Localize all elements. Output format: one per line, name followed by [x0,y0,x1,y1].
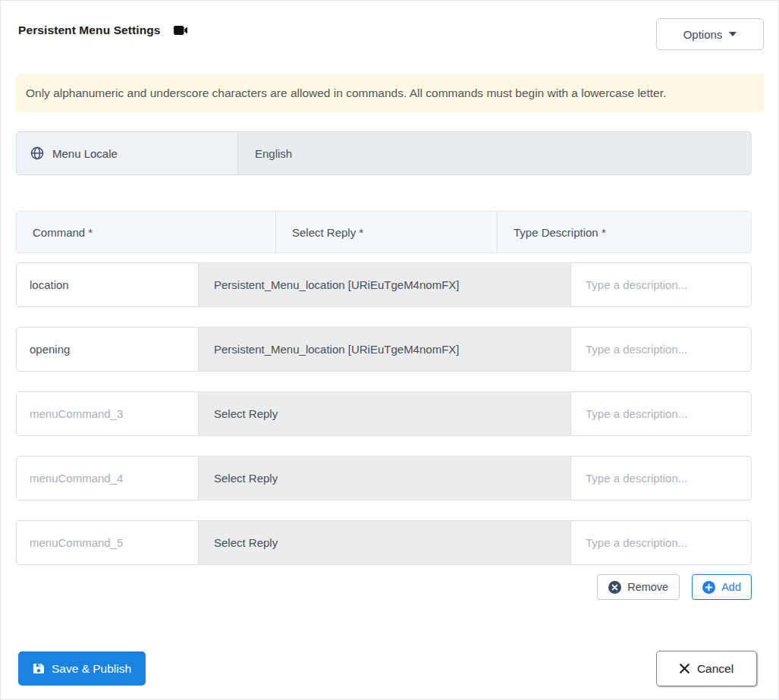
remove-button[interactable]: Remove [597,574,680,600]
command-input-1[interactable] [16,262,199,307]
x-circle-icon [608,581,621,594]
command-input-2[interactable] [16,327,199,372]
command-row-4: Select Reply [16,456,752,501]
reply-select-3[interactable]: Select Reply [199,391,570,436]
remove-button-label: Remove [627,581,668,593]
reply-select-2-value: Persistent_Menu_location [URiEuTgeM4nomF… [214,343,459,356]
header-command: Command * [17,212,276,253]
reply-select-3-value: Select Reply [214,407,278,420]
options-button[interactable]: Options [656,18,764,50]
command-row-1: Persistent_Menu_location [URiEuTgeM4nomF… [16,262,752,307]
header-select-reply: Select Reply * [276,212,498,253]
command-rules-notice: Only alphanumeric and underscore charact… [16,74,764,112]
description-input-1[interactable] [570,262,752,307]
cancel-button-label: Cancel [697,662,733,676]
command-table-header: Command * Select Reply * Type Descriptio… [16,211,752,253]
command-row-3: Select Reply [16,391,752,436]
command-row-2: Persistent_Menu_location [URiEuTgeM4nomF… [16,327,752,372]
save-icon [33,663,44,674]
cancel-button[interactable]: Cancel [656,651,757,686]
reply-select-4-value: Select Reply [214,472,278,485]
page-title: Persistent Menu Settings [18,24,161,37]
persistent-menu-settings-panel: Persistent Menu Settings Options Only al… [0,0,779,700]
menu-locale-label-text: Menu Locale [52,147,118,160]
reply-select-5-value: Select Reply [214,536,278,549]
caret-down-icon [729,32,737,36]
command-input-4[interactable] [16,456,199,501]
x-icon [680,664,689,673]
reply-select-5[interactable]: Select Reply [199,520,570,565]
menu-locale-value: English [238,132,751,174]
description-input-4[interactable] [570,456,752,501]
command-row-5: Select Reply [16,520,752,565]
description-input-3[interactable] [570,391,752,436]
reply-select-1[interactable]: Persistent_Menu_location [URiEuTgeM4nomF… [199,262,570,307]
header-type-description: Type Description * [498,212,751,253]
menu-locale-label: Menu Locale [17,132,238,174]
description-input-5[interactable] [570,520,752,565]
command-rows: Persistent_Menu_location [URiEuTgeM4nomF… [16,262,752,585]
videocam-icon [174,26,187,35]
row-actions: Remove Add [16,574,752,600]
command-input-5[interactable] [16,520,199,565]
globe-icon [30,146,44,160]
plus-circle-icon [702,581,715,594]
menu-locale-value-text: English [255,147,292,160]
page-header: Persistent Menu Settings [18,24,187,37]
reply-select-2[interactable]: Persistent_Menu_location [URiEuTgeM4nomF… [199,327,570,372]
reply-select-4[interactable]: Select Reply [199,456,570,501]
reply-select-1-value: Persistent_Menu_location [URiEuTgeM4nomF… [214,278,459,291]
menu-locale-group: Menu Locale English [16,131,752,175]
add-button-label: Add [721,581,741,593]
add-button[interactable]: Add [692,574,752,600]
command-input-3[interactable] [16,391,199,436]
description-input-2[interactable] [570,327,752,372]
save-publish-label: Save & Publish [52,662,131,676]
options-button-label: Options [683,28,723,41]
save-publish-button[interactable]: Save & Publish [18,651,146,686]
notice-text: Only alphanumeric and underscore charact… [26,86,666,100]
